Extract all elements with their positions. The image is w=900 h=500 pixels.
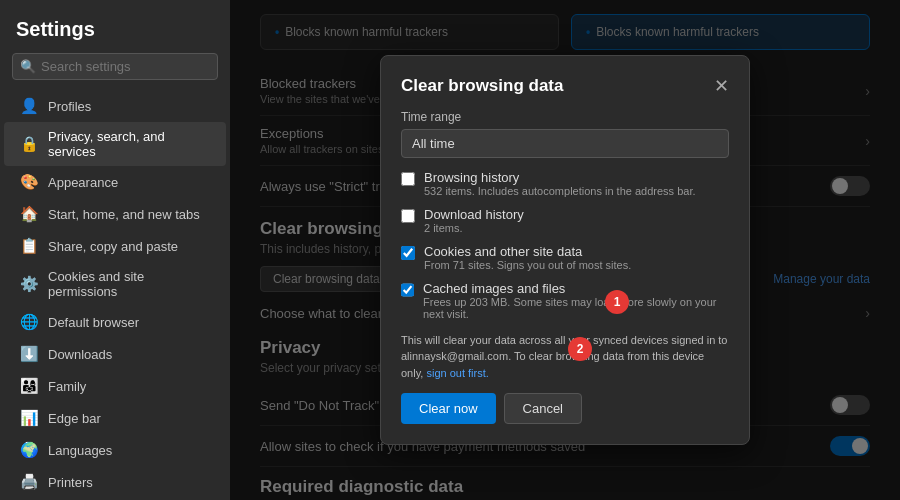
sidebar-item-family[interactable]: 👨‍👩‍👧Family (4, 370, 226, 402)
sidebar-icon-share: 📋 (20, 237, 38, 255)
checkbox-cookies[interactable] (401, 246, 415, 260)
checkbox-item-cache: Cached images and files Frees up 203 MB.… (401, 281, 729, 320)
sidebar-label-downloads: Downloads (48, 347, 112, 362)
clear-browsing-dialog: Clear browsing data ✕ Time range Last ho… (380, 55, 750, 446)
checkbox-item-cookies: Cookies and other site data From 71 site… (401, 244, 729, 271)
sidebar-item-languages[interactable]: 🌍Languages (4, 434, 226, 466)
sidebar-icon-profiles: 👤 (20, 97, 38, 115)
time-range-select[interactable]: Last hourLast 24 hoursLast 7 daysLast 4 … (401, 129, 729, 158)
sidebar-item-profiles[interactable]: 👤Profiles (4, 90, 226, 122)
sidebar-item-downloads[interactable]: ⬇️Downloads (4, 338, 226, 370)
sidebar-label-languages: Languages (48, 443, 112, 458)
sign-out-link[interactable]: sign out first. (426, 367, 488, 379)
sidebar-label-start: Start, home, and new tabs (48, 207, 200, 222)
sidebar-label-cookies: Cookies and site permissions (48, 269, 210, 299)
sidebar-icon-cookies: ⚙️ (20, 275, 38, 293)
sidebar-item-start[interactable]: 🏠Start, home, and new tabs (4, 198, 226, 230)
sidebar-item-share[interactable]: 📋Share, copy and paste (4, 230, 226, 262)
sidebar-label-profiles: Profiles (48, 99, 91, 114)
checkbox-download[interactable] (401, 209, 415, 223)
sidebar-label-family: Family (48, 379, 86, 394)
sidebar-item-default[interactable]: 🌐Default browser (4, 306, 226, 338)
dialog-title: Clear browsing data (401, 76, 563, 96)
dialog-overlay: Clear browsing data ✕ Time range Last ho… (230, 0, 900, 500)
annotation-2: 2 (568, 337, 592, 361)
dialog-footer: Clear now Cancel (401, 393, 729, 424)
sidebar-label-privacy: Privacy, search, and services (48, 129, 210, 159)
sidebar-icon-family: 👨‍👩‍👧 (20, 377, 38, 395)
sidebar-label-printers: Printers (48, 475, 93, 490)
sidebar-icon-languages: 🌍 (20, 441, 38, 459)
search-icon: 🔍 (20, 59, 36, 74)
checkbox-label-cache[interactable]: Cached images and files Frees up 203 MB.… (423, 281, 729, 320)
sidebar-icon-edgebar: 📊 (20, 409, 38, 427)
sidebar-icon-default: 🌐 (20, 313, 38, 331)
main-content: • Blocks known harmful trackers • Blocks… (230, 0, 900, 500)
checkbox-label-browsing[interactable]: Browsing history 532 items. Includes aut… (424, 170, 696, 197)
sidebar-item-appearance[interactable]: 🎨Appearance (4, 166, 226, 198)
search-input[interactable] (12, 53, 218, 80)
checkbox-item-browsing: Browsing history 532 items. Includes aut… (401, 170, 729, 197)
sidebar-search-wrap: 🔍 (12, 53, 218, 80)
sidebar-icon-printers: 🖨️ (20, 473, 38, 491)
time-range-label: Time range (401, 110, 729, 124)
sidebar-item-privacy[interactable]: 🔒Privacy, search, and services (4, 122, 226, 166)
checkbox-browsing[interactable] (401, 172, 415, 186)
annotation-1: 1 (605, 290, 629, 314)
sidebar-item-printers[interactable]: 🖨️Printers (4, 466, 226, 498)
sidebar-icon-privacy: 🔒 (20, 135, 38, 153)
dialog-notice: This will clear your data across all you… (401, 332, 729, 382)
dialog-header: Clear browsing data ✕ (401, 76, 729, 96)
checkbox-label-download[interactable]: Download history 2 items. (424, 207, 524, 234)
sidebar-item-edgebar[interactable]: 📊Edge bar (4, 402, 226, 434)
sidebar-icon-appearance: 🎨 (20, 173, 38, 191)
sidebar-icon-downloads: ⬇️ (20, 345, 38, 363)
sidebar-label-share: Share, copy and paste (48, 239, 178, 254)
checkbox-cache[interactable] (401, 283, 414, 297)
cancel-dialog-button[interactable]: Cancel (504, 393, 582, 424)
sidebar-nav: 👤Profiles🔒Privacy, search, and services🎨… (0, 90, 230, 500)
sidebar-item-cookies[interactable]: ⚙️Cookies and site permissions (4, 262, 226, 306)
checkbox-item-download: Download history 2 items. (401, 207, 729, 234)
checkbox-list: Browsing history 532 items. Includes aut… (401, 170, 729, 320)
dialog-close-button[interactable]: ✕ (714, 77, 729, 95)
checkbox-label-cookies[interactable]: Cookies and other site data From 71 site… (424, 244, 631, 271)
sidebar-label-appearance: Appearance (48, 175, 118, 190)
sidebar-title: Settings (0, 10, 230, 53)
sidebar-icon-start: 🏠 (20, 205, 38, 223)
clear-now-dialog-button[interactable]: Clear now (401, 393, 496, 424)
sidebar-label-default: Default browser (48, 315, 139, 330)
sidebar: Settings 🔍 👤Profiles🔒Privacy, search, an… (0, 0, 230, 500)
sidebar-label-edgebar: Edge bar (48, 411, 101, 426)
